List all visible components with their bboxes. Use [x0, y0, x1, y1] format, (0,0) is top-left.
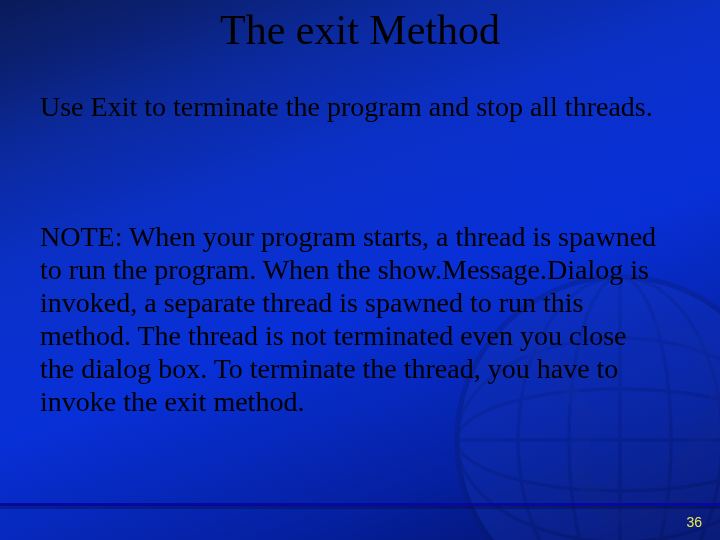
slide-title: The exit Method	[0, 6, 720, 54]
footer-divider	[0, 503, 720, 506]
slide: The exit Method Use Exit to terminate th…	[0, 0, 720, 540]
slide-paragraph-2: NOTE: When your program starts, a thread…	[40, 220, 660, 418]
slide-paragraph-1: Use Exit to terminate the program and st…	[40, 90, 660, 123]
page-number: 36	[686, 514, 702, 530]
